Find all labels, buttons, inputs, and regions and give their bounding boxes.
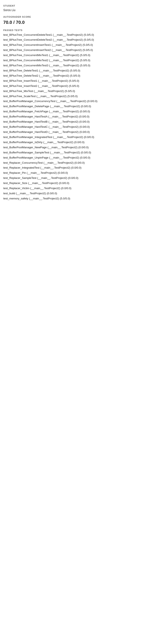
list-item: test_BufferPoolManager_DeletePage (__mai… xyxy=(3,104,149,109)
list-item: test_Replacer_ConcurrencyTest (__main__.… xyxy=(3,160,149,166)
list-item: test_BPlusTree_InsertTest1 (__main__.Tes… xyxy=(3,78,149,84)
list-item: test_BPlusTree_ConcurrentDeleteTest1 (__… xyxy=(3,32,149,38)
list-item: test_BufferPoolManager_HardTestD (__main… xyxy=(3,130,149,135)
passed-tests-section: PASSED TESTS test_BPlusTree_ConcurrentDe… xyxy=(3,28,149,201)
list-item: test_BPlusTree_InsertTest2 (__main__.Tes… xyxy=(3,84,149,89)
list-item: test_BufferPoolManager_ConcurrencyTest (… xyxy=(3,99,149,104)
list-item: test_Replacer_Pin (__main__.TestProject2… xyxy=(3,170,149,176)
list-item: test_BufferPoolManager_FetchPage (__main… xyxy=(3,109,149,114)
test-list: test_BPlusTree_ConcurrentDeleteTest1 (__… xyxy=(3,32,149,201)
student-label: STUDENT xyxy=(3,4,149,8)
list-item: test_build (__main__.TestProject2) (0.0/… xyxy=(3,191,149,196)
list-item: test_Replacer_Size (__main__.TestProject… xyxy=(3,181,149,186)
list-item: test_BufferPoolManager_NewPage (__main__… xyxy=(3,145,149,150)
autograder-score: 70.0 / 70.0 xyxy=(3,19,149,26)
list-item: test_BPlusTree_ConcurrentInsertTest1 (__… xyxy=(3,42,149,48)
list-item: test_BufferPoolManager_IsDirty (__main__… xyxy=(3,140,149,145)
list-item: test_BPlusTree_ConcurrentMixTest2 (__mai… xyxy=(3,58,149,63)
student-section: STUDENT Soros Liu xyxy=(3,4,149,12)
list-item: test_BufferPoolManager_IntegratedTest (_… xyxy=(3,135,149,140)
list-item: test_BufferPoolManager_HardTestC (__main… xyxy=(3,124,149,130)
list-item: test_BufferPoolManager_UnpinPage (__main… xyxy=(3,155,149,160)
list-item: test_BPlusTree_DeleteTest1 (__main__.Tes… xyxy=(3,68,149,73)
list-item: test_Replacer_IntegratedTest (__main__.T… xyxy=(3,165,149,170)
list-item: test_BufferPoolManager_HardTestB (__main… xyxy=(3,119,149,124)
list-item: test_BPlusTree_ConcurrentDeleteTest2 (__… xyxy=(3,38,149,42)
list-item: test_BufferPoolManager_HardTestA (__main… xyxy=(3,114,149,119)
passed-tests-label: PASSED TESTS xyxy=(3,28,149,32)
list-item: test_Replacer_Victim (__main__.TestProje… xyxy=(3,186,149,191)
autograder-label: AUTOGRADER SCORE xyxy=(3,15,149,19)
list-item: test_BufferPoolManager_SampleTest (__mai… xyxy=(3,150,149,155)
list-item: test_BPlusTree_ConcurrentMixTest3 (__mai… xyxy=(3,63,149,68)
list-item: test_BPlusTree_ConcurrentInsertTest2 (__… xyxy=(3,48,149,53)
list-item: test_Replacer_SampleTest (__main__.TestP… xyxy=(3,176,149,181)
list-item: test_memory_safety (__main__.TestProject… xyxy=(3,196,149,201)
list-item: test_BPlusTree_DeleteTest2 (__main__.Tes… xyxy=(3,73,149,78)
list-item: test_BPlusTree_MixTest (__main__.TestPro… xyxy=(3,89,149,94)
list-item: test_BPlusTree_ScaleTest (__main__.TestP… xyxy=(3,94,149,99)
autograder-section: AUTOGRADER SCORE 70.0 / 70.0 xyxy=(3,15,149,26)
list-item: test_BPlusTree_ConcurrentMixTest1 (__mai… xyxy=(3,53,149,58)
student-name: Soros Liu xyxy=(3,8,149,12)
